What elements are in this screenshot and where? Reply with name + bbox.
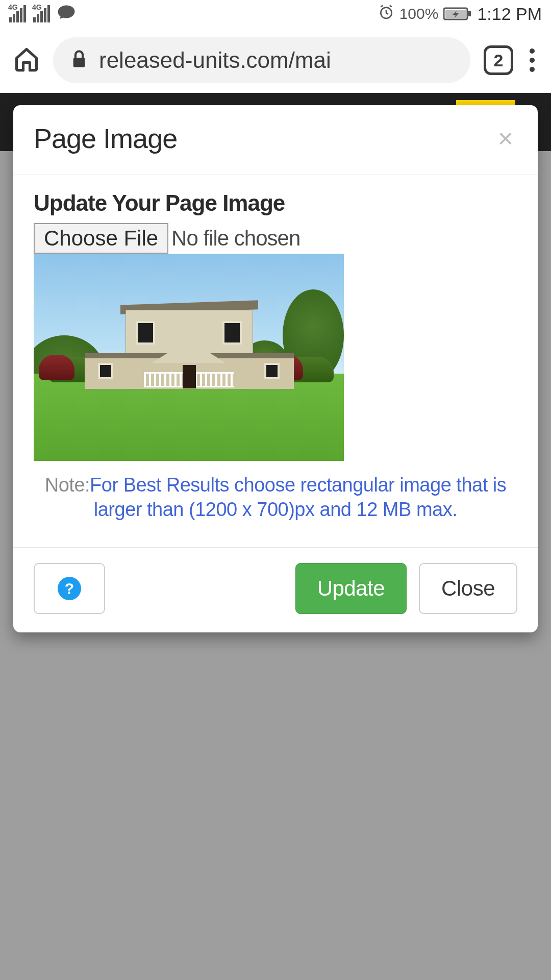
modal-footer: ? Update Close	[13, 547, 538, 632]
overflow-menu-icon[interactable]	[527, 45, 538, 75]
update-button[interactable]: Update	[295, 563, 407, 614]
file-chosen-status: No file chosen	[171, 226, 300, 251]
note-label: Note:	[45, 474, 90, 496]
url-bar[interactable]: released-units.com/mai	[53, 37, 470, 83]
tab-count: 2	[494, 51, 504, 70]
modal-body: Update Your Page Image Choose File No fi…	[13, 175, 538, 547]
modal-subheading: Update Your Page Image	[34, 190, 517, 216]
modal-title: Page Image	[34, 122, 177, 154]
browser-toolbar: released-units.com/mai 2	[0, 28, 551, 93]
signal-2-icon: 4G	[33, 5, 50, 22]
alarm-icon	[378, 4, 394, 24]
status-right: 100% 1:12 PM	[378, 4, 542, 24]
close-button[interactable]: Close	[419, 563, 517, 614]
android-status-bar: 4G 4G 100% 1:12 PM	[0, 0, 551, 28]
battery-percent: 100%	[399, 5, 439, 22]
url-text: released-units.com/mai	[99, 47, 331, 73]
help-icon: ?	[58, 577, 81, 600]
lock-icon	[70, 50, 88, 71]
tab-count-badge[interactable]: 2	[484, 45, 513, 75]
svg-rect-3	[73, 58, 85, 67]
status-left: 4G 4G	[9, 4, 76, 24]
page-image-modal: Page Image × Update Your Page Image Choo…	[13, 105, 538, 632]
note-text: For Best Results choose rectangular imag…	[90, 474, 506, 520]
modal-header: Page Image ×	[13, 105, 538, 175]
note-row: Note:For Best Results choose rectangular…	[34, 473, 517, 522]
svg-rect-1	[468, 11, 471, 16]
signal-1-icon: 4G	[9, 5, 26, 22]
home-icon[interactable]	[13, 46, 40, 75]
battery-icon	[443, 7, 472, 21]
file-input-row: Choose File No file chosen	[34, 223, 517, 254]
help-button[interactable]: ?	[34, 563, 105, 614]
choose-file-button[interactable]: Choose File	[34, 223, 168, 254]
chat-bubble-icon	[57, 4, 76, 24]
current-page-image	[34, 254, 344, 461]
clock-text: 1:12 PM	[477, 4, 542, 24]
close-icon[interactable]: ×	[494, 123, 517, 154]
